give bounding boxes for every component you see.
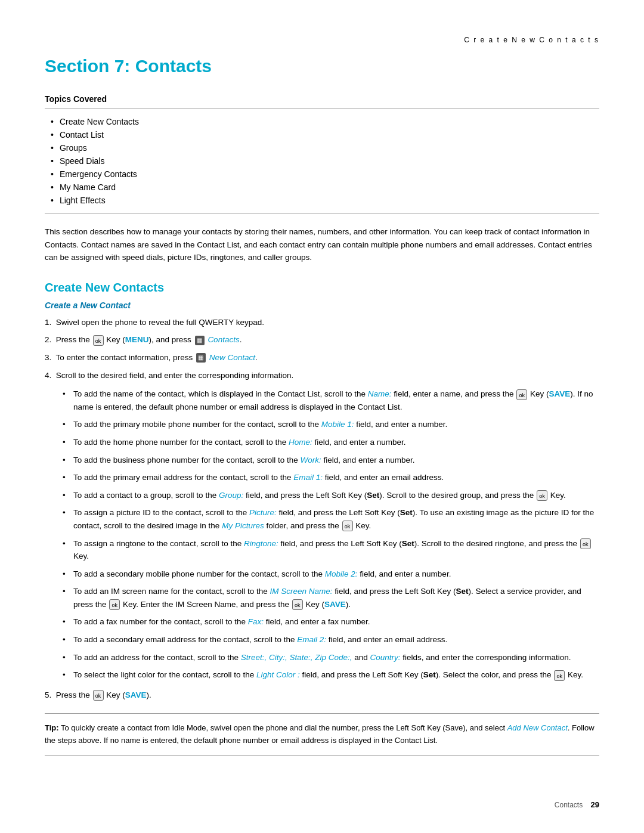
step-1: 1. Swivel open the phone to reveal the f…	[45, 316, 599, 329]
topics-bottom-divider	[45, 213, 599, 213]
bullet-item-ringtone: To assign a ringtone to the contact, scr…	[63, 535, 599, 565]
key-icon-im2: ok	[292, 599, 303, 610]
step-3: 3. To enter the contact information, pre…	[45, 351, 599, 364]
bullet-item-work: To add the business phone number for the…	[63, 451, 599, 469]
create-a-new-contact-title: Create a New Contact	[45, 301, 599, 310]
bullet-list: To add the name of the contact, which is…	[45, 385, 599, 684]
bullet-item-name: To add the name of the contact, which is…	[63, 385, 599, 416]
list-item: Contact List	[51, 128, 599, 141]
step-2: 2. Press the ok Key (MENU), and press ▦ …	[45, 333, 599, 346]
create-new-contacts-title: Create New Contacts	[45, 281, 599, 295]
key-icon-menu: ok	[93, 335, 104, 346]
topics-top-divider	[45, 109, 599, 109]
page-footer: Contacts 29	[555, 800, 599, 809]
bullet-item-address: To add an address for the contact, scrol…	[63, 649, 599, 667]
bullet-item-email1: To add the primary email address for the…	[63, 469, 599, 487]
key-icon-im1: ok	[109, 599, 120, 610]
key-icon-group: ok	[537, 490, 547, 501]
tip-label: Tip:	[45, 723, 59, 732]
new-contact-icon: ▦	[196, 353, 206, 363]
bullet-item-picture: To assign a picture ID to the contact, s…	[63, 504, 599, 534]
header-text: C r e a t e N e w C o n t a c t s	[464, 36, 599, 44]
bullet-item-mobile1: To add the primary mobile phone number f…	[63, 416, 599, 433]
bullet-item-group: To add a contact to a group, scroll to t…	[63, 487, 599, 504]
key-icon-final-save: ok	[93, 690, 104, 701]
section-title: Section 7: Contacts	[45, 56, 599, 76]
tip-box: Tip: To quickly create a contact from Id…	[45, 713, 599, 756]
list-item: My Name Card	[51, 181, 599, 194]
step-4: 4. Scroll to the desired field, and ente…	[45, 369, 599, 684]
page-number: 29	[591, 800, 599, 809]
page-header: C r e a t e N e w C o n t a c t s	[45, 36, 599, 44]
bullet-item-email2: To add a secondary email address for the…	[63, 631, 599, 649]
list-item: Speed Dials	[51, 154, 599, 168]
footer-section: Contacts	[555, 801, 583, 809]
bullet-item-fax: To add a fax number for the contact, scr…	[63, 613, 599, 631]
list-item: Light Effects	[51, 194, 599, 207]
section-intro: This section describes how to manage you…	[45, 225, 599, 264]
bullet-item-im: To add an IM screen name for the contact…	[63, 583, 599, 613]
list-item: Groups	[51, 141, 599, 154]
topics-list: Create New Contacts Contact List Groups …	[45, 115, 599, 207]
key-icon-light: ok	[554, 670, 565, 681]
bullet-item-home: To add the home phone number for the con…	[63, 433, 599, 451]
list-item: Create New Contacts	[51, 115, 599, 128]
list-item: Emergency Contacts	[51, 168, 599, 181]
create-new-contacts-section: Create New Contacts Create a New Contact…	[45, 281, 599, 756]
bullet-item-mobile2: To add a secondary mobile phone number f…	[63, 565, 599, 583]
step-5: 5. Press the ok Key (SAVE).	[45, 689, 599, 702]
bullet-item-lightcolor: To select the light color for the contac…	[63, 666, 599, 684]
key-icon-ringtone: ok	[580, 538, 591, 549]
topics-covered-block: Topics Covered Create New Contacts Conta…	[45, 94, 599, 213]
key-icon-picture: ok	[342, 521, 353, 531]
steps-list: 1. Swivel open the phone to reveal the f…	[45, 316, 599, 702]
key-icon-save-name: ok	[516, 389, 527, 400]
contacts-small-icon: ▦	[195, 336, 205, 345]
topics-label: Topics Covered	[45, 94, 599, 104]
